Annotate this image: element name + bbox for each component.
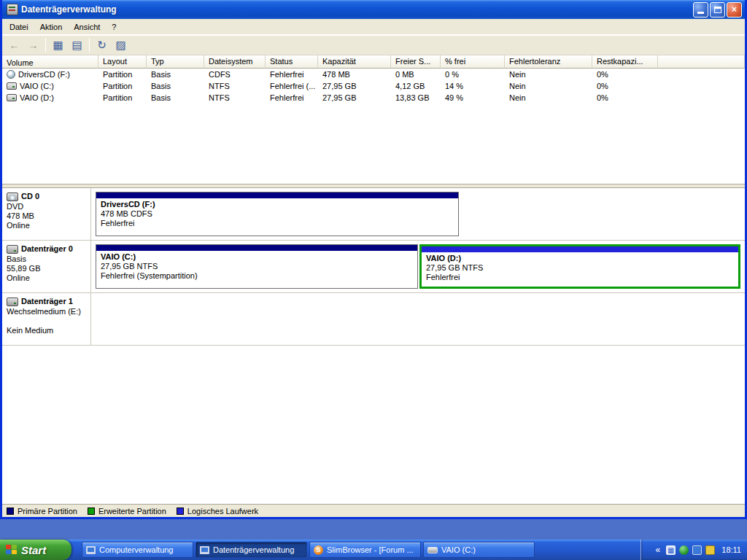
legend-item-logical: Logisches Laufwerk xyxy=(177,507,258,516)
legend-bar: Primäre Partition Erweiterte Partition L… xyxy=(2,504,745,517)
column-header-freier-speicher[interactable]: Freier S... xyxy=(391,55,441,69)
drive-volume-icon xyxy=(7,94,17,101)
window-title: Datenträgerverwaltung xyxy=(21,4,693,15)
disk-management-app-icon xyxy=(7,4,18,15)
legend-item-primary: Primäre Partition xyxy=(7,507,77,516)
partition-type-stripe xyxy=(96,245,417,251)
drive-volume-icon xyxy=(7,82,17,90)
legend-swatch-primary xyxy=(7,508,14,515)
back-button[interactable]: ← xyxy=(5,37,23,54)
system-tray: « ▦ 18:11 xyxy=(640,540,747,560)
disk-row-datentraeger1: Datenträger 1 Wechselmedium (E:) Kein Me… xyxy=(2,293,745,346)
column-header-kapazitaet[interactable]: Kapazität xyxy=(318,55,391,69)
hard-disk-icon xyxy=(7,245,18,254)
toolbar: ← → ▦ ▤ ↻ ▨ xyxy=(2,35,745,55)
partition-vaio-c[interactable]: VAIO (C:) 27,95 GB NTFS Fehlerfrei (Syst… xyxy=(96,244,418,289)
task-vaio-c[interactable]: VAIO (C:) xyxy=(423,542,535,558)
console-tree-button[interactable]: ▦ xyxy=(49,37,67,54)
disk-info-datentraeger0[interactable]: Datenträger 0 Basis 55,89 GB Online xyxy=(2,241,91,292)
windows-flag-icon xyxy=(6,545,18,555)
toolbar-separator xyxy=(45,38,46,52)
partition-type-stripe xyxy=(96,192,458,198)
console-tree-icon: ▦ xyxy=(53,39,63,52)
maximize-button[interactable] xyxy=(710,2,725,18)
browser-icon: S xyxy=(314,545,323,555)
table-row[interactable]: VAIO (C:) Partition Basis NTFS Fehlerfre… xyxy=(2,80,745,92)
tray-hide-icons-chevron-icon[interactable]: « xyxy=(653,545,662,555)
toolbar-separator xyxy=(89,38,90,52)
maximize-icon xyxy=(714,7,721,13)
start-button[interactable]: Start xyxy=(0,540,71,560)
menu-aktion[interactable]: Aktion xyxy=(34,20,69,34)
column-header-filler xyxy=(658,55,745,69)
table-row[interactable]: VAIO (D:) Partition Basis NTFS Fehlerfre… xyxy=(2,92,745,104)
legend-item-extended: Erweiterte Partition xyxy=(88,507,166,516)
properties-icon: ▤ xyxy=(71,39,82,52)
minimize-button[interactable] xyxy=(693,2,708,18)
disk-management-window: Datenträgerverwaltung × Datei Aktion Ans… xyxy=(0,0,747,519)
cdrom-drive-icon xyxy=(7,192,18,201)
tray-display-icon[interactable]: ▦ xyxy=(666,545,676,555)
taskbar: Start Computerverwaltung Datenträgerverw… xyxy=(0,540,747,560)
removable-disk-icon xyxy=(7,298,18,306)
column-header-layout[interactable]: Layout xyxy=(98,55,147,69)
legend-swatch-extended xyxy=(88,508,95,515)
refresh-button[interactable]: ↻ xyxy=(93,37,111,54)
close-button[interactable]: × xyxy=(727,2,742,18)
taskbar-tasks: Computerverwaltung Datenträgerverwaltung… xyxy=(71,540,640,560)
task-datentraegerverwaltung[interactable]: Datenträgerverwaltung xyxy=(196,542,307,558)
disk-info-datentraeger1[interactable]: Datenträger 1 Wechselmedium (E:) Kein Me… xyxy=(2,293,91,345)
title-bar[interactable]: Datenträgerverwaltung × xyxy=(2,0,745,19)
list-header: Volume Layout Typ Dateisystem Status Kap… xyxy=(2,55,745,69)
column-header-volume[interactable]: Volume xyxy=(2,55,98,69)
tray-shield-icon[interactable] xyxy=(679,545,689,555)
refresh-icon: ↻ xyxy=(97,39,107,52)
menu-bar: Datei Aktion Ansicht ? xyxy=(2,19,745,35)
column-header-prozent-frei[interactable]: % frei xyxy=(441,55,505,69)
tray-volume-icon[interactable] xyxy=(705,545,715,555)
forward-button[interactable]: → xyxy=(24,37,42,54)
disk-info-cd0[interactable]: CD 0 DVD 478 MB Online xyxy=(2,188,91,240)
forward-icon: → xyxy=(28,39,39,51)
tray-network-icon[interactable] xyxy=(692,545,702,555)
drive-icon xyxy=(427,547,438,553)
task-slimbrowser[interactable]: S SlimBrowser - [Forum ... xyxy=(309,542,421,558)
back-icon: ← xyxy=(9,39,20,51)
properties-button[interactable]: ▤ xyxy=(68,37,86,54)
rescan-disks-button[interactable]: ▨ xyxy=(112,37,130,54)
task-computerverwaltung[interactable]: Computerverwaltung xyxy=(82,542,193,558)
taskbar-clock: 18:11 xyxy=(719,545,741,554)
graphical-view-empty-area xyxy=(2,346,745,504)
menu-datei[interactable]: Datei xyxy=(4,20,34,34)
column-header-status[interactable]: Status xyxy=(266,55,318,69)
close-icon: × xyxy=(732,4,737,15)
column-header-dateisystem[interactable]: Dateisystem xyxy=(204,55,266,69)
graphical-view: CD 0 DVD 478 MB Online DriversCD (F:) 47… xyxy=(2,188,745,504)
table-row[interactable]: DriversCD (F:) Partition Basis CDFS Fehl… xyxy=(2,69,745,80)
computer-icon xyxy=(200,546,209,554)
extended-partition-frame: VAIO (D:) 27,95 GB NTFS Fehlerfrei xyxy=(419,244,740,289)
cd-volume-icon xyxy=(7,70,15,79)
column-header-typ[interactable]: Typ xyxy=(147,55,204,69)
rescan-disks-icon: ▨ xyxy=(115,39,125,52)
partition-type-stripe xyxy=(422,246,738,252)
column-header-restkapazitaet[interactable]: Restkapazi... xyxy=(592,55,658,69)
menu-ansicht[interactable]: Ansicht xyxy=(68,20,106,34)
disk-row-datentraeger0: Datenträger 0 Basis 55,89 GB Online VAIO… xyxy=(2,241,745,293)
volume-list: Volume Layout Typ Dateisystem Status Kap… xyxy=(2,55,745,184)
minimize-icon xyxy=(697,12,704,14)
disk-row-cd0: CD 0 DVD 478 MB Online DriversCD (F:) 47… xyxy=(2,188,745,241)
legend-swatch-logical xyxy=(177,508,184,515)
partition-driverscd-f[interactable]: DriversCD (F:) 478 MB CDFS Fehlerfrei xyxy=(96,192,459,236)
partition-vaio-d[interactable]: VAIO (D:) 27,95 GB NTFS Fehlerfrei xyxy=(422,246,738,287)
computer-icon xyxy=(86,546,96,554)
column-header-fehlertoleranz[interactable]: Fehlertoleranz xyxy=(505,55,592,69)
menu-hilfe[interactable]: ? xyxy=(106,20,122,34)
